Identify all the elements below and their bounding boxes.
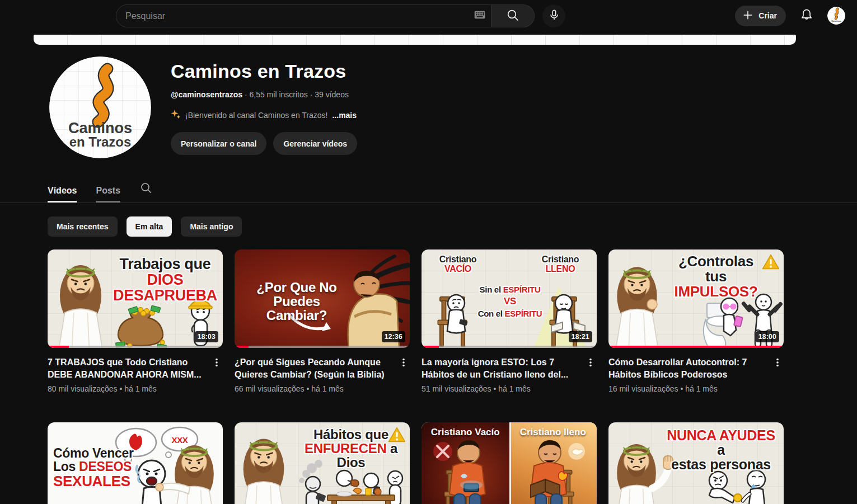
thumb-text: ¿Controlas — [667, 254, 765, 269]
video-title[interactable]: ¿Por qué Sigues Pecando Aunque Quieres C… — [235, 356, 394, 381]
watch-progress — [422, 346, 597, 348]
video-count: 39 vídeos — [315, 90, 349, 99]
video-thumbnail[interactable]: ¿Por Que No Puedes Cambiar? 12:36 — [235, 249, 410, 348]
video-thumbnail[interactable]: Trabajos que DIOS DESAPRUEBA 18:03 — [48, 249, 223, 348]
masthead-right: Criar Caminos — [735, 0, 845, 31]
thumb-left-half: Cristiano Vacío — [422, 422, 509, 504]
filter-chips: Mais recentes Em alta Mais antigo — [48, 216, 242, 237]
keyboard-icon[interactable] — [474, 11, 485, 21]
video-thumbnail[interactable]: XXX Cómo Vencer Los DESEOS SEXUALES — [48, 422, 223, 504]
watch-progress — [48, 346, 223, 348]
channel-search-icon[interactable] — [139, 181, 153, 202]
channel-handle: @caminosentrazos — [171, 90, 242, 99]
magnifier-icon — [506, 8, 519, 23]
duration-badge: 12:36 — [382, 331, 405, 342]
video-meta: 80 mil visualizações • há 1 mês — [48, 384, 207, 393]
thumb-text: estas personas — [662, 457, 780, 472]
thumb-text: Puedes Cambiar? — [243, 295, 350, 323]
search-input[interactable] — [125, 11, 474, 21]
subscriber-count: 6,55 mil inscritos — [249, 90, 307, 99]
video-menu-button[interactable] — [210, 356, 223, 370]
search-button[interactable] — [491, 4, 535, 27]
avatar-text-line2: en Trazos — [69, 134, 132, 149]
video-thumbnail[interactable]: NUNCA AYUDES a estas personas — [608, 422, 784, 504]
thumb-text: VACÍO — [434, 265, 482, 274]
video-meta: 51 mil visualizações • há 1 mês — [422, 384, 581, 393]
video-card: XXX Cómo Vencer Los DESEOS SEXUALES — [48, 422, 223, 504]
video-card: Cristiano VACÍO Cristiano LLENO Sin el E… — [422, 249, 597, 393]
duration-badge: 18:21 — [569, 331, 592, 342]
create-button[interactable]: Criar — [735, 6, 786, 26]
channel-info: Caminos en Trazos @caminosentrazos · 6,5… — [171, 60, 357, 155]
thumb-text: SEXUALES — [53, 474, 137, 489]
video-card: Cristiano Vacío Cristiano ll — [422, 422, 597, 504]
masthead: Criar Caminos — [0, 0, 857, 31]
microphone-icon — [548, 9, 560, 23]
duration-badge: 18:00 — [756, 331, 779, 342]
video-title[interactable]: La mayoría ignora ESTO: Los 7 Hábitos de… — [422, 356, 581, 381]
channel-name: Caminos en Trazos — [171, 60, 357, 82]
meta-separator: · — [310, 90, 313, 99]
manage-videos-button[interactable]: Gerenciar vídeos — [273, 132, 357, 155]
video-menu-button[interactable] — [771, 356, 784, 370]
video-thumbnail[interactable]: ¿Controlas tus IMPULSOS? 18:00 — [608, 249, 784, 348]
svg-text:Caminos: Caminos — [831, 20, 841, 22]
video-meta: 66 mil visualizações • há 1 mês — [235, 384, 394, 393]
thumb-text: Cristiano — [434, 255, 482, 265]
video-thumbnail[interactable]: Cristiano Vacío Cristiano ll — [422, 422, 597, 504]
video-menu-button[interactable] — [397, 356, 410, 370]
video-card: NUNCA AYUDES a estas personas — [608, 422, 784, 504]
description-more-link[interactable]: ...mais — [332, 111, 357, 120]
description-text: ¡Bienvenido al canal Caminos en Trazos! — [185, 111, 327, 120]
bell-icon — [799, 8, 814, 24]
plus-icon — [742, 9, 754, 23]
video-title[interactable]: Cómo Desarrollar Autocontrol: 7 Hábitos … — [608, 356, 768, 381]
notifications-button[interactable] — [799, 8, 814, 24]
thumb-text: DIOS DESAPRUEBA — [110, 272, 220, 303]
video-thumbnail[interactable]: Cristiano VACÍO Cristiano LLENO Sin el E… — [422, 249, 597, 348]
video-title[interactable]: 7 TRABAJOS que Todo Cristiano DEBE ABAND… — [48, 356, 207, 381]
video-grid-row2: XXX Cómo Vencer Los DESEOS SEXUALES — [48, 422, 796, 504]
video-card: ¿Controlas tus IMPULSOS? 18:00 Cómo Desa… — [608, 249, 784, 393]
channel-description[interactable]: ¡Bienvenido al canal Caminos en Trazos! … — [171, 109, 357, 121]
watch-progress — [608, 346, 784, 348]
thumb-text: Trabajos que — [110, 256, 220, 272]
video-thumbnail[interactable]: Hábitos que ENFURECEN a Dios — [235, 422, 410, 504]
duration-badge: 18:03 — [195, 331, 218, 342]
video-meta: 16 mil visualizações • há 1 mês — [608, 384, 768, 393]
thumb-text: ¿Por Que No — [243, 281, 350, 295]
video-grid-row1: Trabajos que DIOS DESAPRUEBA 18:03 7 TRA… — [48, 249, 796, 393]
customize-channel-button[interactable]: Personalizar o canal — [171, 132, 266, 155]
thumb-bubble-text: XXX — [171, 435, 188, 445]
search-box[interactable] — [116, 4, 491, 27]
thumb-text: LLENO — [536, 265, 584, 274]
tab-posts[interactable]: Posts — [96, 186, 120, 202]
tab-strip: Vídeos Posts — [0, 176, 857, 203]
chip-mais-antigo[interactable]: Mais antigo — [181, 216, 242, 237]
thumb-text: Cristiano — [536, 255, 584, 265]
thumb-text: Cristiano Vacío — [422, 427, 509, 438]
video-menu-button[interactable] — [584, 356, 597, 370]
channel-actions: Personalizar o canal Gerenciar vídeos — [171, 132, 357, 155]
chip-mais-recentes[interactable]: Mais recentes — [48, 216, 118, 237]
channel-banner-bottom-edge — [34, 35, 796, 45]
search-area — [116, 4, 565, 27]
thumb-text: Cómo Vencer — [53, 447, 137, 460]
channel-meta: @caminosentrazos · 6,55 mil inscritos · … — [171, 90, 357, 99]
tab-videos[interactable]: Vídeos — [48, 186, 77, 202]
thumb-right-half: Cristiano lleno — [509, 422, 597, 504]
channel-avatar[interactable]: Caminos en Trazos — [49, 56, 151, 158]
video-card: ¿Por Que No Puedes Cambiar? 12:36 ¿Por q… — [235, 249, 410, 393]
meta-separator: · — [245, 90, 247, 99]
chip-em-alta[interactable]: Em alta — [127, 216, 172, 237]
watch-progress — [235, 346, 410, 348]
video-card: Hábitos que ENFURECEN a Dios — [235, 422, 410, 504]
video-card: Trabajos que DIOS DESAPRUEBA 18:03 7 TRA… — [48, 249, 223, 393]
user-avatar[interactable]: Caminos — [827, 7, 845, 25]
create-label: Criar — [758, 11, 777, 20]
thumb-text: Cristiano lleno — [509, 427, 597, 438]
sparkle-icon — [171, 109, 181, 121]
thumb-text: Hábitos que — [296, 428, 406, 442]
voice-search-button[interactable] — [542, 4, 565, 27]
